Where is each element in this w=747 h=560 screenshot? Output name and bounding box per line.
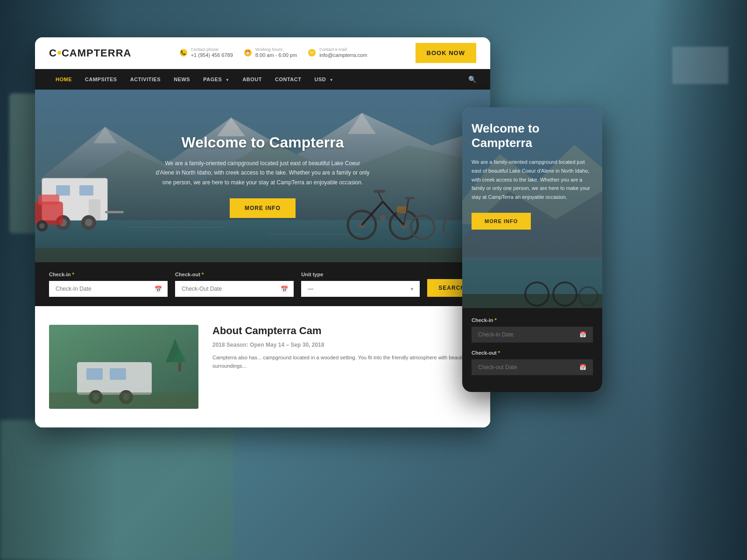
book-now-button[interactable]: BOOK NOW (416, 43, 476, 63)
phone-number: +1 (954) 456 6789 (191, 52, 233, 59)
bg-camper-bottom (0, 420, 233, 560)
nav-item-contact[interactable]: CONTACT (268, 69, 308, 90)
nav-link-news[interactable]: NEWS (167, 69, 197, 90)
phone-info: 📞 Contact phone: +1 (954) 456 6789 (180, 47, 233, 59)
checkin-input-wrap: 📅 (49, 281, 168, 297)
phone-icon: 📞 (180, 49, 187, 56)
bg-right-top (672, 47, 728, 84)
mobile-more-info-button[interactable]: MORE INFO (472, 213, 531, 230)
logo-accent-dot (57, 51, 61, 55)
hero-section: Welcome to Campterra We are a family-ori… (35, 90, 490, 262)
usd-arrow: ▼ (330, 78, 333, 82)
nav-item-usd[interactable]: USD ▼ (308, 69, 340, 90)
svg-rect-50 (49, 392, 198, 409)
nav-link-about[interactable]: ABOUT (236, 69, 268, 90)
nav-item-activities[interactable]: ACTIVITIES (124, 69, 168, 90)
booking-bar: Check-in * 📅 Check-out * 📅 Unit type — (35, 262, 490, 306)
nav-link-pages[interactable]: PAGES ▼ (197, 69, 236, 90)
email-label: Contact e-mail: (319, 47, 367, 52)
mobile-booking-section: Check-in * Check-in Date 📅 Check-out * C… (462, 308, 602, 392)
unit-type-arrow: ▼ (404, 287, 420, 292)
svg-rect-41 (86, 368, 103, 380)
checkout-input[interactable] (175, 281, 275, 297)
bg-right-shadow (654, 0, 747, 560)
mobile-checkin-placeholder: Check-in Date (478, 331, 579, 338)
header-contact-info: 📞 Contact phone: +1 (954) 456 6789 ⏰ Wor… (180, 47, 367, 59)
nav-item-news[interactable]: NEWS (167, 69, 197, 90)
nav-link-contact[interactable]: CONTACT (268, 69, 308, 90)
about-title: About Campterra Cam (212, 325, 476, 337)
about-image (49, 325, 198, 409)
svg-rect-21 (38, 195, 59, 205)
mobile-checkout-field: Check-out * Check-out Date 📅 (472, 350, 593, 375)
svg-rect-19 (105, 211, 124, 213)
checkout-calendar-icon: 📅 (275, 286, 294, 293)
svg-rect-34 (405, 197, 415, 199)
unit-type-select-wrap: — ▼ (301, 281, 420, 297)
unit-type-field: Unit type — ▼ (301, 272, 420, 297)
nav-item-about[interactable]: ABOUT (236, 69, 268, 90)
hours-label: Working hours: (255, 47, 297, 52)
nav-link-home[interactable]: HOME (49, 69, 78, 90)
nav-item-home[interactable]: HOME (49, 69, 78, 90)
nav-link-activities[interactable]: ACTIVITIES (124, 69, 168, 90)
checkin-calendar-icon: 📅 (149, 286, 168, 293)
svg-point-37 (444, 216, 453, 239)
checkin-required: * (70, 272, 74, 277)
mobile-checkout-placeholder: Check-out Date (478, 364, 579, 371)
svg-rect-38 (397, 206, 406, 213)
mobile-checkin-label: Check-in * (472, 317, 593, 323)
more-info-button[interactable]: MORE INFO (230, 198, 296, 218)
site-header: CCAMPTERRA 📞 Contact phone: +1 (954) 456… (35, 37, 490, 69)
hours-info: ⏰ Working hours: 8:00 am - 6:00 pm (244, 47, 297, 59)
email-info: ✉ Contact e-mail: info@campterra.com (308, 47, 367, 59)
mobile-checkin-required: * (493, 317, 496, 323)
email-icon: ✉ (308, 49, 316, 56)
nav-item-campsites[interactable]: CAMPSITES (78, 69, 124, 90)
hero-title: Welcome to Campterra (155, 134, 370, 151)
hours-value: 8:00 am - 6:00 pm (255, 52, 297, 59)
about-image-svg (49, 325, 198, 409)
mobile-hero-section: Welcome to Campterra We are a family-ori… (462, 107, 602, 308)
mobile-checkout-input-wrap[interactable]: Check-out Date 📅 (472, 359, 593, 375)
checkout-required: * (200, 272, 204, 277)
about-content: About Campterra Cam 2018 Season: Open Ma… (212, 325, 476, 370)
svg-rect-49 (178, 362, 181, 371)
checkout-field: Check-out * 📅 (175, 272, 294, 297)
site-logo[interactable]: CCAMPTERRA (49, 47, 131, 59)
checkout-input-wrap: 📅 (175, 281, 294, 297)
mobile-checkout-calendar-icon: 📅 (579, 364, 586, 371)
hero-description: We are a family-oriented campground loca… (155, 159, 370, 187)
checkin-field: Check-in * 📅 (49, 272, 168, 297)
svg-point-36 (411, 216, 434, 239)
svg-point-23 (39, 223, 45, 229)
nav-link-campsites[interactable]: CAMPSITES (78, 69, 124, 90)
svg-point-18 (85, 219, 92, 226)
nav-item-pages[interactable]: PAGES ▼ (197, 69, 236, 90)
email-value: info@campterra.com (319, 52, 367, 59)
nav-link-usd[interactable]: USD ▼ (308, 69, 340, 90)
unit-type-select[interactable]: — (301, 281, 404, 297)
site-navigation: HOME CAMPSITES ACTIVITIES NEWS PAGES ▼ A… (35, 69, 490, 90)
pages-arrow: ▼ (226, 78, 229, 82)
svg-rect-42 (110, 368, 126, 380)
checkin-label: Check-in * (49, 272, 168, 277)
about-season: 2018 Season: Open May 14 – Sep 30, 2018 (212, 342, 476, 348)
hero-trailer-svg (35, 150, 135, 244)
clock-icon: ⏰ (244, 49, 252, 56)
phone-label: Contact phone: (191, 47, 233, 52)
mobile-mockup: Welcome to Campterra We are a family-ori… (462, 107, 602, 392)
checkout-label: Check-out * (175, 272, 294, 277)
mobile-hero-title: Welcome to Campterra (472, 121, 593, 150)
checkin-input[interactable] (49, 281, 149, 297)
mobile-checkin-field: Check-in * Check-in Date 📅 (472, 317, 593, 343)
nav-search-icon[interactable]: 🔍 (468, 76, 476, 83)
mobile-hero-content: Welcome to Campterra We are a family-ori… (462, 107, 602, 239)
svg-rect-13 (79, 185, 93, 196)
desktop-mockup: CCAMPTERRA 📞 Contact phone: +1 (954) 456… (35, 37, 490, 427)
mobile-checkin-input-wrap[interactable]: Check-in Date 📅 (472, 327, 593, 343)
hero-content: Welcome to Campterra We are a family-ori… (146, 134, 380, 218)
svg-rect-12 (56, 185, 70, 196)
mobile-checkin-calendar-icon: 📅 (579, 331, 586, 338)
mobile-checkout-required: * (497, 350, 500, 356)
